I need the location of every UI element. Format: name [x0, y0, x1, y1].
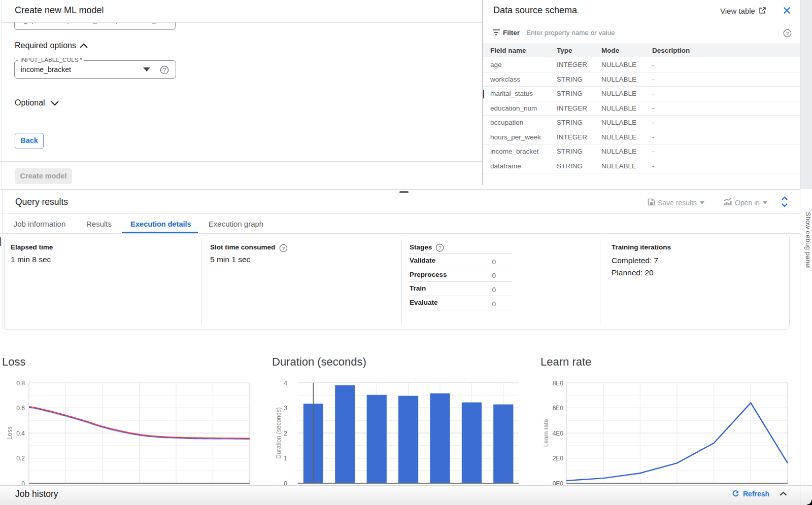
svg-text:2E0: 2E0: [553, 455, 564, 462]
svg-text:0.8: 0.8: [16, 380, 25, 387]
svg-text:0.6: 0.6: [16, 405, 25, 412]
svg-text:?: ?: [786, 30, 789, 36]
svg-text:0.2: 0.2: [16, 455, 25, 462]
svg-text:2: 2: [284, 430, 287, 437]
svg-text:Duration (seconds): Duration (seconds): [275, 407, 282, 458]
svg-text:1: 1: [284, 455, 287, 462]
svg-text:4E0: 4E0: [553, 430, 564, 437]
svg-text:?: ?: [282, 245, 285, 251]
svg-text:3: 3: [284, 405, 287, 412]
svg-text:0.4: 0.4: [16, 430, 25, 437]
svg-text:8E0: 8E0: [553, 380, 564, 387]
svg-text:6E0: 6E0: [553, 405, 564, 412]
svg-text:4: 4: [284, 380, 287, 387]
svg-text:?: ?: [438, 245, 442, 250]
svg-text:Loss: Loss: [6, 426, 13, 439]
svg-text:Learn rate: Learn rate: [543, 419, 550, 447]
svg-text:?: ?: [163, 67, 166, 73]
